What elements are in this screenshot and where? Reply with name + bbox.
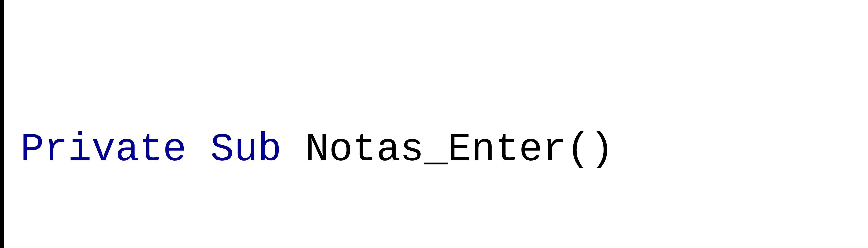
vb-code-block: Private Sub Notas_Enter() Me.Notas.SelSt… [20, 16, 804, 248]
keyword-sub: Sub [210, 127, 281, 172]
procedure-name: Notas_Enter() [305, 127, 614, 172]
space [281, 127, 305, 172]
keyword-private: Private [20, 127, 186, 172]
left-vertical-rule [0, 0, 4, 248]
code-snippet-viewport: Private Sub Notas_Enter() Me.Notas.SelSt… [0, 0, 868, 248]
space [186, 127, 210, 172]
code-line-1: Private Sub Notas_Enter() [20, 123, 804, 176]
